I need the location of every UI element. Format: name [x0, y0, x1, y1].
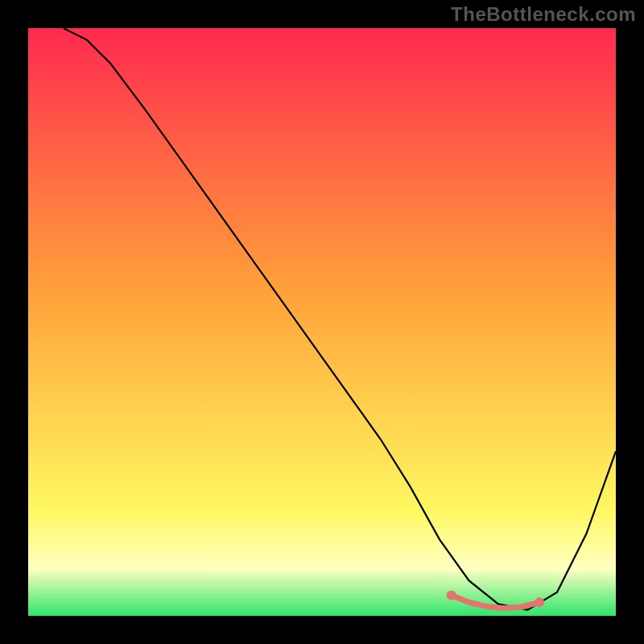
highlight-dot	[447, 591, 456, 601]
plot-area	[28, 28, 616, 616]
svg-rect-0	[28, 28, 616, 616]
chart-frame: TheBottleneck.com	[0, 0, 644, 644]
chart-svg	[28, 28, 616, 616]
watermark-text: TheBottleneck.com	[451, 3, 636, 26]
highlight-dot	[535, 597, 544, 607]
